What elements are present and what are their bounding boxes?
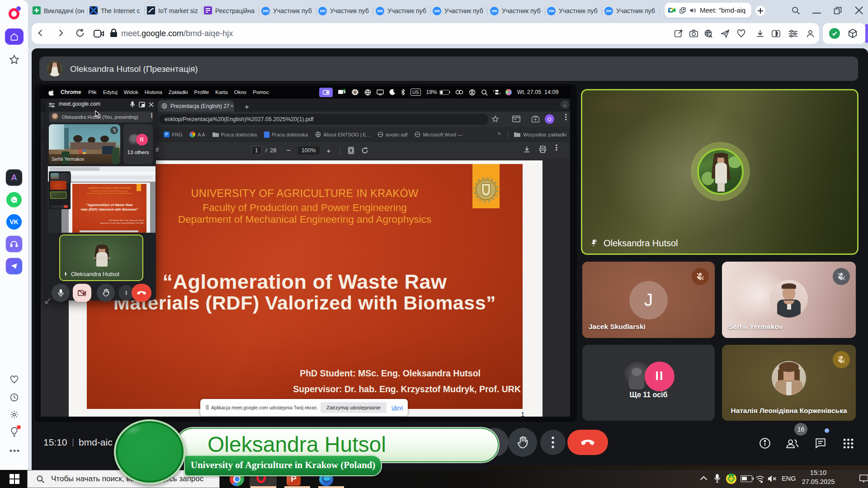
svg-text:A: A xyxy=(709,33,712,38)
